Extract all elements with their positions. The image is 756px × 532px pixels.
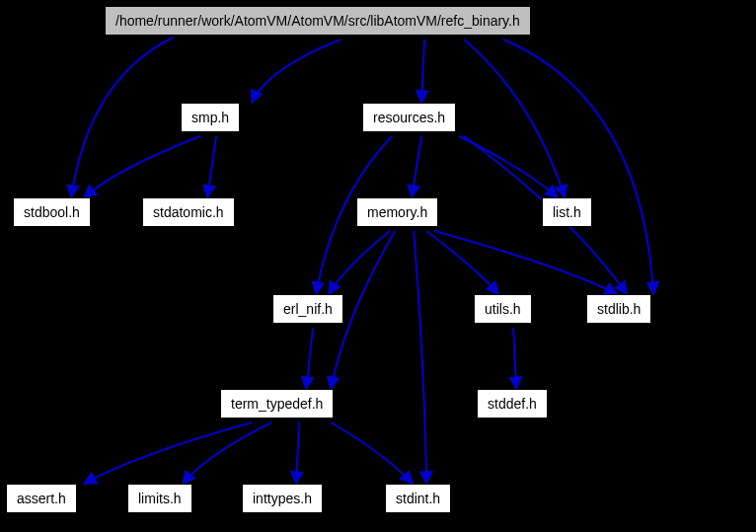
node-label: smp.h [191,110,229,125]
node-erl-nif[interactable]: erl_nif.h [272,294,343,324]
node-inttypes[interactable]: inttypes.h [242,484,323,513]
node-stddef[interactable]: stddef.h [477,389,548,418]
node-label: stdbool.h [24,204,80,220]
node-list[interactable]: list.h [542,197,592,227]
node-label: /home/runner/work/AtomVM/AtomVM/src/libA… [115,13,520,29]
node-label: memory.h [367,204,427,220]
node-label: stddef.h [488,396,537,412]
node-limits[interactable]: limits.h [127,484,192,513]
node-label: utils.h [485,301,521,317]
node-assert[interactable]: assert.h [6,484,77,513]
node-label: resources.h [373,110,445,125]
node-memory[interactable]: memory.h [356,197,438,227]
node-stdlib[interactable]: stdlib.h [586,294,651,324]
node-stdint[interactable]: stdint.h [385,484,451,513]
node-term-typedef[interactable]: term_typedef.h [220,389,334,418]
node-label: limits.h [138,491,182,506]
node-label: inttypes.h [253,491,312,506]
node-label: stdlib.h [597,301,641,317]
node-label: assert.h [17,491,66,506]
node-root[interactable]: /home/runner/work/AtomVM/AtomVM/src/libA… [105,6,531,36]
node-label: stdatomic.h [153,204,224,220]
node-label: stdint.h [396,491,440,506]
node-smp[interactable]: smp.h [181,103,240,132]
node-label: erl_nif.h [283,301,333,317]
node-label: list.h [553,204,581,220]
node-stdatomic[interactable]: stdatomic.h [142,197,235,227]
node-utils[interactable]: utils.h [474,294,532,324]
node-resources[interactable]: resources.h [362,103,456,132]
node-stdbool[interactable]: stdbool.h [13,197,91,227]
node-label: term_typedef.h [231,396,323,412]
